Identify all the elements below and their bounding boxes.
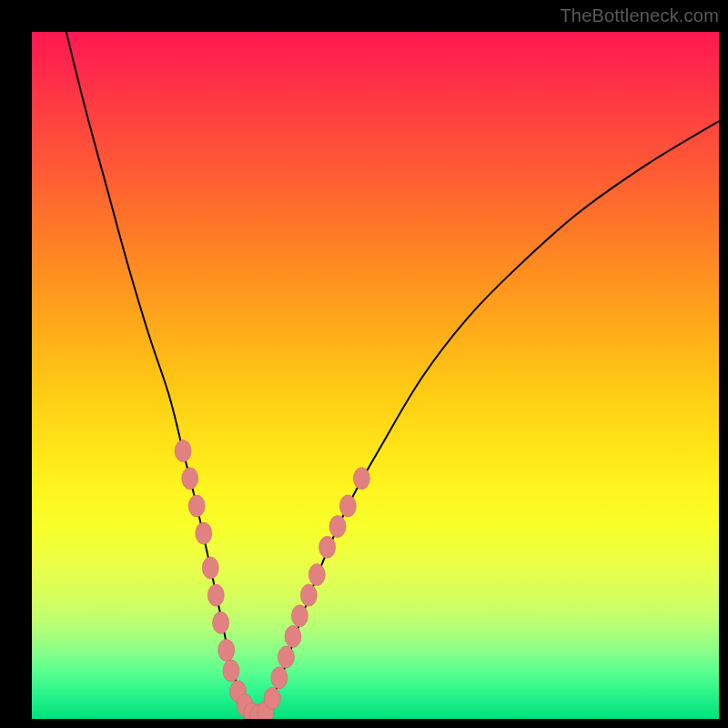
chart-frame: TheBottleneck.com (0, 0, 728, 728)
curve-marker (308, 564, 325, 586)
curve-marker (264, 687, 280, 709)
curve-marker (213, 612, 229, 633)
curve-marker (207, 584, 224, 606)
curve-marker (182, 468, 198, 490)
curve-marker (175, 440, 191, 462)
watermark-text: TheBottleneck.com (560, 5, 719, 26)
curve-marker (339, 495, 356, 517)
curve-marker (329, 516, 346, 538)
bottleneck-curve (66, 32, 719, 718)
curve-marker (223, 660, 239, 682)
curve-marker (202, 557, 218, 579)
curve-marker (278, 646, 294, 668)
curve-marker (196, 522, 212, 544)
curve-layer (32, 32, 719, 719)
curve-marker (319, 536, 336, 558)
curve-marker (291, 605, 308, 627)
curve-marker (300, 584, 317, 606)
curve-marker (218, 640, 235, 662)
curve-marker (188, 495, 205, 517)
curve-marker (285, 625, 301, 647)
plot-area (32, 32, 719, 719)
curve-marker (353, 468, 369, 490)
curve-marker (271, 667, 288, 689)
marker-group (175, 440, 369, 719)
